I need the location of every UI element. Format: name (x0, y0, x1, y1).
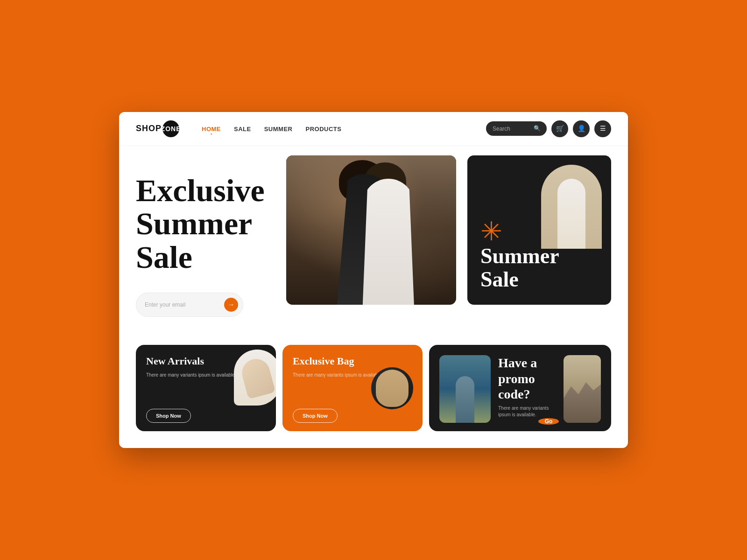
logo[interactable]: SHOP ZONE (136, 120, 179, 137)
hero-center-image (286, 155, 456, 305)
email-input[interactable] (145, 301, 224, 308)
cart-button[interactable]: 🛒 (551, 120, 568, 137)
exclusive-bag-title: Exclusive Bag (293, 355, 412, 367)
rocks-shape (564, 382, 601, 423)
promo-person-shape (456, 376, 474, 423)
sale-label: Sale (480, 267, 519, 291)
nav-item-home[interactable]: HOME (202, 125, 221, 133)
search-icon: 🔍 (534, 125, 541, 132)
nav-link-products[interactable]: PRODUCTS (305, 126, 341, 133)
email-submit-button[interactable]: → (224, 298, 238, 312)
summer-label: Summer (480, 244, 559, 268)
summer-sale-title: Summer Sale (480, 245, 598, 292)
search-input[interactable] (493, 126, 530, 132)
promo-wide-content: Have a promo code? There are many varian… (439, 355, 601, 423)
nav-link-sale[interactable]: SALE (234, 126, 251, 133)
cart-icon: 🛒 (556, 125, 564, 133)
promo-go-button[interactable]: Go (538, 418, 559, 425)
hero-title-line2: Summer (136, 206, 252, 241)
arm-shape (239, 356, 276, 399)
figure-right (363, 179, 414, 305)
browser-window: SHOP ZONE HOME SALE SUMMER PRODUCTS 🔍 (119, 112, 628, 448)
menu-button[interactable]: ☰ (594, 120, 611, 137)
bottom-cards: New Arrivals There are many variants ips… (136, 345, 611, 431)
promo-title: Have a promo code? (498, 355, 559, 402)
exclusive-bag-card: Exclusive Bag There are many variants ip… (282, 345, 423, 431)
exclusive-bag-shop-button[interactable]: Shop Now (293, 409, 338, 423)
nav-right: 🔍 🛒 👤 ☰ (486, 120, 611, 137)
promo-description: There are many variants ipsum is availab… (498, 405, 559, 418)
email-form[interactable]: → (136, 293, 243, 317)
promo-right-image (564, 355, 601, 423)
user-button[interactable]: 👤 (573, 120, 590, 137)
hero-title: Exclusive Summer Sale (136, 174, 271, 274)
promo-content: Have a promo code? There are many varian… (498, 355, 559, 418)
new-arrivals-card: New Arrivals There are many variants ips… (136, 345, 276, 431)
nav-links: HOME SALE SUMMER PRODUCTS (202, 125, 471, 133)
promo-code-card: Have a promo code? There are many varian… (429, 345, 611, 431)
promo-left-image (439, 355, 491, 423)
nav-link-home[interactable]: HOME (202, 126, 221, 133)
promo-text-area: Have a promo code? There are many varian… (498, 355, 559, 423)
exclusive-bag-image (371, 367, 413, 409)
face-shape (376, 370, 409, 407)
navbar: SHOP ZONE HOME SALE SUMMER PRODUCTS 🔍 (119, 112, 628, 146)
main-content: Exclusive Summer Sale → ✳ (119, 146, 628, 448)
user-icon: 👤 (578, 125, 585, 133)
summer-sale-card: ✳ Summer Sale (467, 155, 611, 305)
hero-title-line1: Exclusive (136, 173, 265, 208)
nav-item-products[interactable]: PRODUCTS (305, 125, 341, 133)
logo-text: SHOP (136, 124, 162, 133)
logo-zone: ZONE (162, 120, 179, 137)
hero-image-inner (286, 155, 456, 305)
new-arrivals-shop-button[interactable]: Shop Now (146, 409, 191, 423)
summer-sale-text: ✳ Summer Sale (480, 218, 598, 292)
hero-title-line3: Sale (136, 239, 192, 275)
search-bar[interactable]: 🔍 (486, 121, 547, 136)
new-arrivals-image (234, 350, 276, 406)
nav-item-sale[interactable]: SALE (234, 125, 251, 133)
nav-link-summer[interactable]: SUMMER (264, 126, 293, 133)
menu-icon: ☰ (600, 125, 606, 133)
nav-item-summer[interactable]: SUMMER (264, 125, 293, 133)
asterisk-decoration: ✳ (480, 218, 502, 245)
hero-text: Exclusive Summer Sale → (136, 146, 281, 336)
